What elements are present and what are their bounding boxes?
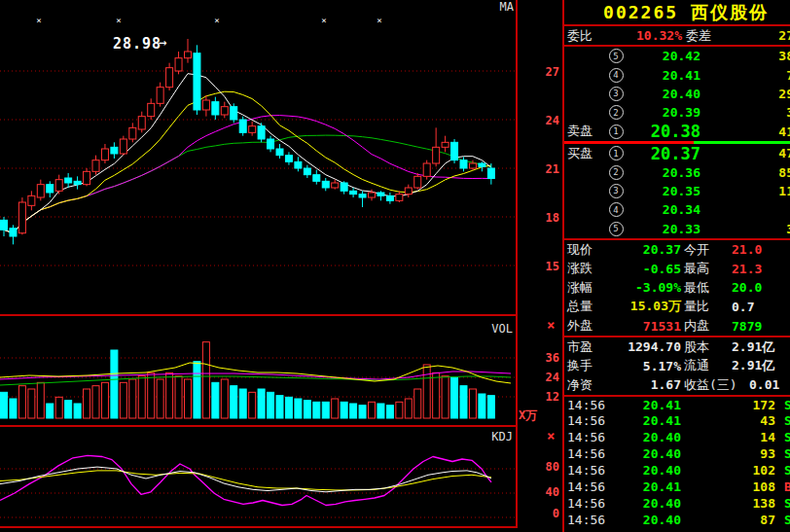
info-label: 涨跌: [567, 260, 626, 277]
info-label: 最高: [684, 260, 709, 277]
info-value: -0.65: [626, 262, 681, 276]
close-icon[interactable]: ×: [547, 319, 555, 331]
info-label: 市盈: [567, 338, 626, 356]
weicha-label: 委差: [686, 27, 711, 45]
order-level-number: 1: [609, 146, 624, 160]
tick-side: S: [784, 430, 790, 444]
order-book-row[interactable]: 买盘120.3747: [564, 144, 790, 162]
info-label: 现价: [567, 241, 626, 259]
tick-trade-row: 14:5620.40138S: [564, 495, 790, 512]
quote-panel: 002265 西仪股份 委比 10.32% 委差 27 520.4238420.…: [564, 0, 790, 532]
ma-legend-label: MA: [500, 0, 515, 14]
order-price: 20.41: [628, 68, 700, 83]
tick-trade-list[interactable]: 14:5620.41172S14:5620.4143S14:5620.4014S…: [564, 397, 790, 528]
vol-panel-label: VOL: [491, 322, 513, 336]
kdj-chart[interactable]: KDJ: [0, 428, 516, 526]
quote-info-row: 现价20.37今开21.0: [564, 240, 790, 260]
tick-trade-row: 14:5620.41108B: [564, 479, 790, 495]
quote-info-row: 市盈1294.70股本2.91亿: [564, 337, 790, 357]
order-level: 4: [604, 68, 628, 83]
order-book-row[interactable]: 卖盘120.3841: [564, 123, 790, 141]
order-book-row[interactable]: 420.34: [564, 200, 790, 219]
axis-tick-label: 18: [544, 211, 559, 225]
info-value: 21.3: [732, 262, 762, 276]
order-side-label: 卖盘: [567, 123, 604, 140]
order-book-row[interactable]: 520.333: [564, 220, 790, 238]
tick-trade-row: 14:5620.4014S: [564, 429, 790, 445]
tick-volume: 172: [681, 398, 775, 412]
volume-unit-label: X万: [519, 408, 537, 424]
order-volume: 3: [700, 105, 790, 120]
order-price: 20.34: [628, 202, 700, 217]
order-level-number: 4: [609, 202, 624, 217]
info-value: 0.01: [749, 377, 779, 392]
order-price: 20.39: [628, 105, 700, 120]
info-label: 外盘: [567, 317, 626, 335]
divider: [0, 526, 517, 528]
quote-info-row: 涨幅-3.09%最低20.0: [564, 278, 790, 298]
info-value: 21.0: [732, 242, 762, 257]
tick-time: 14:56: [567, 446, 626, 461]
order-price: 20.40: [628, 87, 700, 101]
info-value: 7879: [732, 319, 762, 334]
tick-trade-row: 14:5620.4093S: [564, 445, 790, 462]
order-book-row[interactable]: 320.3511: [564, 182, 790, 200]
info-value: 5.17%: [626, 359, 681, 373]
divider: [0, 314, 517, 316]
info-label: 净资: [567, 376, 626, 394]
arrow-right-icon: →: [159, 34, 166, 50]
volume-chart[interactable]: VOL: [0, 317, 516, 425]
tick-volume: 43: [681, 413, 775, 428]
axis-tick-label: 12: [544, 390, 559, 404]
tick-time: 14:56: [567, 398, 626, 412]
order-book-row[interactable]: 520.4238: [564, 47, 790, 65]
tick-side: S: [784, 398, 790, 412]
info-value: 1.67: [626, 377, 681, 392]
order-level: 3: [604, 184, 628, 198]
order-volume: 29: [700, 87, 790, 101]
order-book-row[interactable]: 220.3685: [564, 162, 790, 181]
quote-info-row: 净资1.67收益(三)0.01: [564, 375, 790, 395]
order-price: 20.38: [628, 122, 700, 141]
event-mark-icon: ×: [321, 16, 326, 25]
order-book-row[interactable]: 420.417: [564, 65, 790, 84]
fundamentals: 市盈1294.70股本2.91亿换手5.17%流通2.91亿净资1.67收益(三…: [564, 337, 790, 395]
event-mark-icon: ×: [214, 16, 219, 25]
weibi-row: 委比 10.32% 委差 27: [564, 26, 790, 45]
tick-volume: 14: [681, 430, 775, 444]
info-label: 涨幅: [567, 279, 626, 297]
tick-volume: 102: [681, 463, 775, 478]
order-volume: 85: [700, 165, 790, 180]
order-book-row[interactable]: 220.393: [564, 103, 790, 122]
order-volume: 38: [700, 49, 790, 63]
order-price: 20.42: [628, 49, 700, 63]
divider: [0, 425, 517, 427]
tick-time: 14:56: [567, 413, 626, 428]
kdj-panel-label: KDJ: [491, 430, 513, 443]
info-label: 今开: [684, 241, 709, 259]
tick-side: S: [784, 513, 790, 527]
quote-info: 现价20.37今开21.0涨跌-0.65最高21.3涨幅-3.09%最低20.0…: [564, 240, 790, 336]
tick-price: 20.41: [626, 479, 681, 494]
info-label: 量比: [684, 298, 709, 315]
axis-tick-label: 0: [544, 507, 559, 520]
tick-price: 20.40: [626, 463, 681, 478]
tick-price: 20.40: [626, 446, 681, 461]
info-value: 15.03万: [626, 298, 681, 315]
info-label: 内盘: [684, 317, 709, 335]
tick-side: S: [784, 413, 790, 428]
order-level-number: 5: [609, 222, 624, 236]
axis-tick-label: 36: [544, 351, 559, 365]
order-level: 2: [604, 165, 628, 180]
order-level-number: 5: [609, 49, 624, 63]
tick-time: 14:56: [567, 479, 626, 494]
quote-info-row: 换手5.17%流通2.91亿: [564, 356, 790, 375]
main-candle-chart[interactable]: ×××××28.98→MA: [0, 0, 516, 314]
order-level-number: 3: [609, 87, 624, 101]
tick-price: 20.41: [626, 413, 681, 428]
buy-order-book: 买盘120.3747220.3685320.3511420.34520.333: [564, 144, 790, 238]
close-icon[interactable]: ×: [547, 430, 555, 442]
info-value: 20.37: [626, 242, 681, 257]
order-book-row[interactable]: 320.4029: [564, 85, 790, 103]
axis-tick-label: 80: [544, 460, 559, 474]
